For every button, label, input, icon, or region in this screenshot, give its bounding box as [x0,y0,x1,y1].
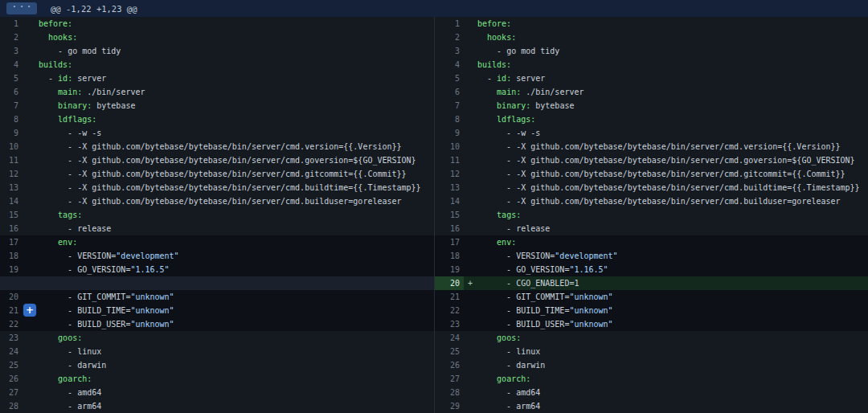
line-number-new[interactable]: 2 [435,31,464,44]
line-number-old[interactable]: 21 [0,304,23,317]
code-token: -X github.com/bytebase/bytebase/bin/serv… [516,142,840,151]
diff-marker [23,345,39,358]
code-token: GIT_COMMIT= [77,292,130,301]
code-token: hooks: [487,33,516,42]
diff-row: 5 - id: server [0,72,434,85]
diff-marker [23,194,39,208]
line-number-new[interactable]: 17 [435,235,464,249]
code-line: tags: [39,208,434,222]
diff-row: 22 - BUILD_USER="unknown" [0,317,434,331]
line-number-new[interactable]: 23 [435,317,464,331]
line-number-old[interactable]: 27 [0,386,23,399]
line-number-new[interactable]: 13 [435,181,464,194]
diff-marker [23,58,39,72]
line-number-old[interactable]: 7 [0,99,23,112]
code-line: builds: [477,58,868,72]
line-number-old[interactable]: 20 [0,290,23,304]
line-number-old[interactable]: 6 [0,85,23,99]
line-number-new[interactable]: 26 [435,358,464,372]
code-token: - [39,306,77,315]
line-number-new[interactable]: 6 [435,85,464,99]
add-comment-button[interactable]: + [23,304,36,317]
code-token: ldflags: [58,115,96,124]
line-number-old[interactable]: 15 [0,208,23,222]
diff-marker [464,17,477,31]
line-number-new[interactable]: 12 [435,167,464,181]
diff-marker [464,140,477,153]
line-number-old[interactable]: 24 [0,345,23,358]
line-number-new[interactable]: 22 [435,304,464,317]
code-token: env: [58,238,77,247]
diff-row: 22 - BUILD_TIME="unknown" [435,304,868,317]
code-token: bytebase [96,101,135,110]
line-number-new[interactable]: 29 [435,399,464,413]
code-token: -X github.com/bytebase/bytebase/bin/serv… [516,170,845,178]
code-token: ./bin/server [87,88,145,96]
line-number-new[interactable]: 7 [435,99,464,112]
diff-row: 1before: [435,17,868,31]
line-number-new[interactable]: 20 [435,276,464,290]
line-number-old[interactable]: 26 [0,372,23,386]
code-token: before: [477,19,511,28]
line-number-old[interactable]: 3 [0,44,23,58]
line-number-new[interactable]: 3 [435,44,464,58]
expand-hunk-button[interactable]: ··· [6,2,37,14]
line-number-old[interactable]: 14 [0,194,23,208]
code-token: - [39,74,58,83]
line-number-new[interactable]: 1 [435,17,464,31]
line-number-old[interactable]: 10 [0,140,23,153]
code-token: -X github.com/bytebase/bytebase/bin/serv… [77,183,420,192]
code-line: - id: server [477,72,868,85]
line-number-new[interactable]: 11 [435,153,464,167]
line-number-old[interactable]: 5 [0,72,23,85]
line-number-old[interactable]: 8 [0,112,23,126]
code-line: env: [39,235,434,249]
line-number-old[interactable]: 23 [0,331,23,345]
line-number-old[interactable]: 19 [0,263,23,276]
line-number-new[interactable]: 21 [435,290,464,304]
code-line: - go mod tidy [477,44,868,58]
line-number-new[interactable]: 24 [435,331,464,345]
diff-row: 9 - -w -s [0,126,434,140]
diff-row: 28 - arm64 [0,399,434,413]
line-number-new[interactable]: 10 [435,140,464,153]
line-number-new[interactable]: 18 [435,249,464,263]
line-number-new[interactable]: 16 [435,222,464,235]
line-number-new[interactable]: 9 [435,126,464,140]
code-token: linux [516,347,540,356]
line-number-old[interactable]: 12 [0,167,23,181]
diff-row: 14 - -X github.com/bytebase/bytebase/bin… [435,194,868,208]
diff-row: 19 - GO_VERSION="1.16.5" [435,263,868,276]
line-number-old[interactable]: 25 [0,358,23,372]
line-number-old[interactable]: 17 [0,235,23,249]
line-number-new[interactable]: 27 [435,372,464,386]
code-token: GO_VERSION= [516,265,569,274]
line-number-old[interactable]: 18 [0,249,23,263]
code-token: GIT_COMMIT= [516,292,569,301]
line-number-new[interactable]: 19 [435,263,464,276]
line-number-new[interactable]: 28 [435,386,464,399]
code-line: - VERSION="development" [39,249,434,263]
line-number-new[interactable]: 14 [435,194,464,208]
line-number-new[interactable]: 8 [435,112,464,126]
code-token: binary: [497,101,530,110]
line-number-new[interactable]: 4 [435,58,464,72]
diff-row: 17 env: [0,235,434,249]
code-token: linux [77,347,101,356]
line-number-old[interactable]: 2 [0,31,23,44]
line-number-old[interactable]: 9 [0,126,23,140]
line-number-old[interactable]: 16 [0,222,23,235]
line-number-new[interactable]: 25 [435,345,464,358]
line-number-old[interactable]: 4 [0,58,23,72]
line-number-old[interactable]: 11 [0,153,23,167]
code-token [39,238,58,247]
line-number-old[interactable]: 13 [0,181,23,194]
line-number-old[interactable]: 1 [0,17,23,31]
line-number-new[interactable]: 5 [435,72,464,85]
line-number-old[interactable]: 28 [0,399,23,413]
code-token: darwin [516,361,545,370]
line-number-old[interactable]: 22 [0,317,23,331]
line-number-new[interactable]: 15 [435,208,464,222]
code-token: - [477,361,516,370]
code-line: - VERSION="development" [477,249,868,263]
